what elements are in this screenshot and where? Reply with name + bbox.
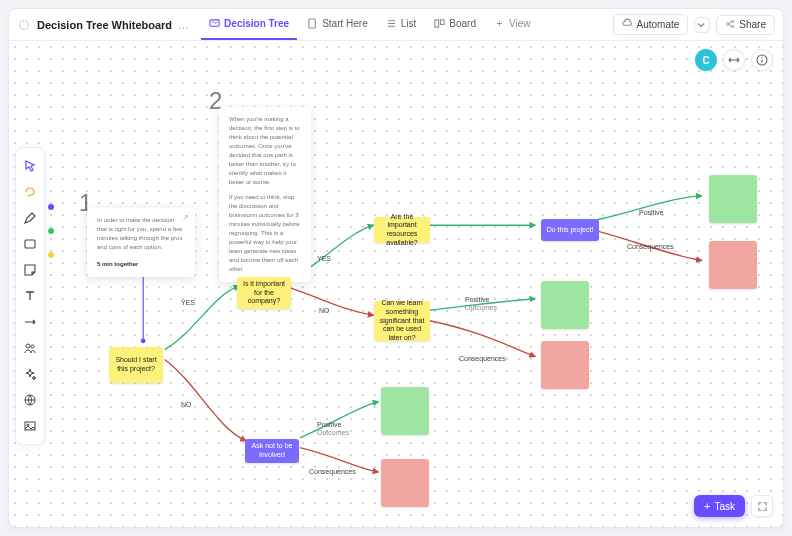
automate-button[interactable]: Automate <box>613 14 689 35</box>
label-consequences-3: Consequences <box>309 468 356 475</box>
label-yes-1: YES <box>181 299 195 306</box>
page-title[interactable]: Decision Tree Whiteboard <box>37 19 172 31</box>
node-resources[interactable]: Are the important resources available? <box>374 217 430 243</box>
doc-icon <box>307 18 318 29</box>
whiteboard-canvas[interactable] <box>9 41 783 527</box>
toolbar-dot-green <box>48 228 54 234</box>
label-yes-2: YES <box>317 255 331 262</box>
cursor-tool[interactable] <box>18 154 42 178</box>
title-overflow[interactable]: … <box>178 19 189 31</box>
svg-rect-3 <box>435 20 439 27</box>
share-label: Share <box>739 19 766 30</box>
info-icon[interactable] <box>751 49 773 71</box>
card2-p2: If you need to think, stop the discussio… <box>229 193 301 274</box>
toolbar-dot-yellow <box>48 252 54 258</box>
share-button[interactable]: Share <box>716 15 775 35</box>
connector-tool[interactable] <box>18 310 42 334</box>
node-start[interactable]: Should I start this project? <box>109 347 163 383</box>
guide-card-2[interactable]: When you're making a decision, the first… <box>219 107 311 282</box>
chevron-down-icon <box>697 21 705 29</box>
node-learn[interactable]: Can we learn something significant that … <box>374 301 430 341</box>
automate-label: Automate <box>637 19 680 30</box>
canvas-chips: C <box>695 49 773 71</box>
node-label: Should I start this project? <box>109 354 163 376</box>
tabs: Decision Tree Start Here List Board + Vi… <box>201 9 538 40</box>
tab-label: Decision Tree <box>224 18 289 29</box>
svg-rect-2 <box>309 19 315 28</box>
tab-label: Board <box>449 18 476 29</box>
cloud-icon <box>622 18 633 31</box>
share-icon <box>725 19 735 31</box>
ai-tool[interactable] <box>18 362 42 386</box>
pen-tool[interactable] <box>18 206 42 230</box>
node-label: Can we learn something significant that … <box>374 297 430 345</box>
result-green-3[interactable] <box>381 387 429 435</box>
whiteboard-icon <box>209 18 220 29</box>
node-label: Is it important for the company? <box>237 278 291 308</box>
tab-label: View <box>509 18 531 29</box>
expand-button[interactable] <box>751 495 773 517</box>
label-sub: Positive <box>465 296 497 304</box>
result-red-3[interactable] <box>381 459 429 507</box>
card1-body: In order to make the decision that is ri… <box>97 216 185 252</box>
node-do-project[interactable]: Do this project! <box>541 219 599 241</box>
tab-decision-tree[interactable]: Decision Tree <box>201 9 297 40</box>
sticky-tool[interactable] <box>18 258 42 282</box>
svg-rect-4 <box>441 20 445 25</box>
svg-point-9 <box>761 57 762 58</box>
card-arrow-icon: ↗ <box>182 212 189 224</box>
fit-width-icon[interactable] <box>723 49 745 71</box>
expand-icon <box>757 501 768 512</box>
toolbar-dot-purple <box>48 204 54 210</box>
node-label: Ask not to be involved <box>245 440 299 462</box>
label-sub: Positive <box>317 421 349 429</box>
guide-card-1[interactable]: ↗ In order to make the decision that is … <box>87 208 195 277</box>
node-label: Do this project! <box>543 224 598 237</box>
tab-add-view[interactable]: + View <box>486 9 539 40</box>
canvas-wrap: C <box>9 41 783 527</box>
left-toolbar <box>15 147 45 445</box>
label-sub2: Outcomes <box>465 304 497 312</box>
workspace-icon[interactable] <box>17 18 31 32</box>
board-icon <box>434 18 445 29</box>
svg-point-11 <box>26 344 30 348</box>
avatar[interactable]: C <box>695 49 717 71</box>
automate-dropdown[interactable] <box>694 17 710 33</box>
people-tool[interactable] <box>18 336 42 360</box>
svg-rect-14 <box>25 422 35 430</box>
task-button[interactable]: + Task <box>694 495 745 517</box>
result-green-2[interactable] <box>541 281 589 329</box>
tab-label: Start Here <box>322 18 368 29</box>
result-green-1[interactable] <box>709 175 757 223</box>
tab-label: List <box>401 18 417 29</box>
label-no-2: NO <box>319 307 330 314</box>
web-tool[interactable] <box>18 388 42 412</box>
svg-rect-10 <box>25 240 35 248</box>
topbar: Decision Tree Whiteboard … Decision Tree… <box>9 9 783 41</box>
result-red-1[interactable] <box>709 241 757 289</box>
list-icon <box>386 18 397 29</box>
result-red-2[interactable] <box>541 341 589 389</box>
tab-list[interactable]: List <box>378 9 425 40</box>
tab-start-here[interactable]: Start Here <box>299 9 376 40</box>
tab-board[interactable]: Board <box>426 9 484 40</box>
label-positive-outcomes-3: Positive Outcomes <box>317 421 349 436</box>
node-important[interactable]: Is it important for the company? <box>237 277 291 309</box>
plus-icon: + <box>704 500 710 512</box>
image-tool[interactable] <box>18 414 42 438</box>
lasso-tool[interactable] <box>18 180 42 204</box>
label-sub2: Outcomes <box>317 429 349 437</box>
label-consequences-1: Consequences <box>627 243 674 250</box>
label-positive-1: Positive <box>639 209 664 216</box>
svg-point-0 <box>20 20 29 29</box>
svg-point-12 <box>31 345 34 348</box>
label-consequences-2: Consequences <box>459 355 506 362</box>
node-ask-not[interactable]: Ask not to be involved <box>245 439 299 463</box>
card1-footer: 5 min together <box>97 260 185 269</box>
task-label: Task <box>714 501 735 512</box>
text-tool[interactable] <box>18 284 42 308</box>
plus-icon: + <box>494 18 505 29</box>
shape-tool[interactable] <box>18 232 42 256</box>
label-no-1: NO <box>181 401 192 408</box>
card2-p1: When you're making a decision, the first… <box>229 115 301 187</box>
